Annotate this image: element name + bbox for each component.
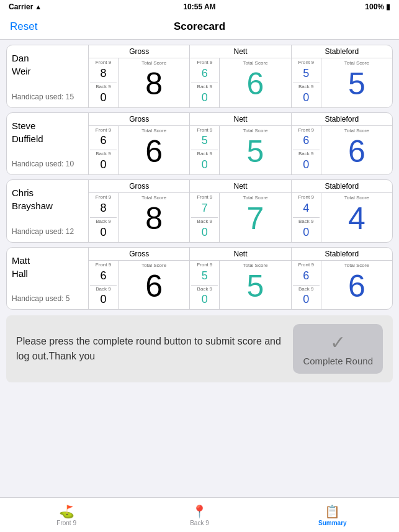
score-sections: Gross Front 9 6 Back 9 0 Total Score 6 [89,113,392,175]
back9-label-stableford: Back 9 [298,151,313,157]
gross-total-score: 8 [145,202,163,236]
stableford-total-score: 6 [348,135,365,169]
player-handicap: Handicap used: 12 [12,227,83,236]
player-name: MattHall [12,254,83,280]
gross-header: Gross [89,45,189,58]
stableford-back9-score: 0 [303,226,309,239]
stableford-front9-col: Front 9 4 Back 9 0 [292,193,321,242]
back9-label-stableford: Back 9 [298,84,313,90]
back9-label-stableford: Back 9 [298,287,313,292]
stableford-front9-col: Front 9 6 Back 9 0 [292,126,321,175]
total-score-label-stableford: Total Score [344,128,369,133]
back9-label-gross: Back 9 [96,84,110,90]
total-score-label-nett: Total Score [243,60,267,66]
front9-label-nett: Front 9 [197,263,212,268]
stableford-total-score: 5 [348,67,365,101]
stableford-back9-score: 0 [303,91,309,104]
player-card-chris-brayshaw: ChrisBrayshaw Handicap used: 12 Gross Fr… [6,179,393,243]
stableford-section: Stableford Front 9 4 Back 9 0 Total Scor… [292,180,392,242]
gross-front9-score: 6 [100,269,106,282]
back9-label: Back 9 [190,520,209,526]
player-card-matt-hall: MattHall Handicap used: 5 Gross Front 9 … [6,247,393,310]
stableford-total-col: Total Score 5 [321,58,392,107]
nav-title: Scorecard [174,20,225,33]
bottom-area: Please press the complete round button t… [6,315,393,382]
nett-total-col: Total Score 5 [220,126,290,175]
nett-back9-score: 0 [202,91,208,104]
nett-total-score: 5 [247,135,264,169]
front9-icon: ⛳ [59,504,74,519]
stableford-header: Stableford [292,45,392,58]
tab-back9[interactable]: 📍 Back 9 [133,498,266,532]
nett-front9-col: Front 9 6 Back 9 0 [190,58,220,107]
nett-back9-score: 0 [202,226,208,239]
back9-icon: 📍 [192,504,207,519]
nett-front9-col: Front 9 7 Back 9 0 [190,193,220,242]
stableford-front9-score: 6 [303,134,309,147]
status-bar: Carrier ▲ 10:55 AM 100% ▮ [0,0,399,14]
nett-header: Nett [190,45,290,58]
stableford-total-score: 6 [348,269,365,304]
player-name: DanWeir [12,52,83,78]
front9-label-nett: Front 9 [197,195,212,201]
tab-front9[interactable]: ⛳ Front 9 [0,498,133,532]
tab-bar: ⛳ Front 9 📍 Back 9 📋 Summary [0,497,399,532]
gross-total-score: 8 [145,67,163,101]
player-info: SteveDuffield Handicap used: 10 [7,113,89,175]
player-name: ChrisBrayshaw [12,186,83,212]
gross-back9-score: 0 [100,226,106,239]
front9-label-stableford: Front 9 [298,263,313,268]
nett-header: Nett [190,248,290,261]
stableford-total-score: 4 [348,202,365,236]
gross-header: Gross [89,248,189,261]
player-handicap: Handicap used: 10 [12,160,83,168]
gross-back9-score: 0 [100,293,106,306]
complete-round-button[interactable]: ✓ Complete Round [293,324,383,374]
gross-section: Gross Front 9 6 Back 9 0 Total Score 6 [89,113,190,175]
stableford-header: Stableford [292,180,392,193]
gross-total-score: 6 [145,269,163,304]
total-score-label-stableford: Total Score [344,195,369,201]
gross-front9-col: Front 9 8 Back 9 0 [89,58,119,107]
gross-header: Gross [89,180,189,193]
tab-summary[interactable]: 📋 Summary [266,498,399,532]
gross-back9-score: 0 [100,158,106,171]
nett-total-col: Total Score 6 [220,58,290,107]
gross-front9-score: 8 [100,202,106,215]
player-info: DanWeir Handicap used: 15 [7,45,89,107]
front9-label-nett: Front 9 [197,128,212,133]
main-content: DanWeir Handicap used: 15 Gross Front 9 … [0,40,399,422]
complete-round-label: Complete Round [303,356,373,366]
summary-label: Summary [318,520,347,526]
back9-label-nett: Back 9 [197,151,212,157]
gross-header: Gross [89,113,189,126]
back9-label-gross: Back 9 [96,151,110,157]
nett-total-score: 6 [247,67,264,101]
front9-label-nett: Front 9 [197,60,212,66]
front9-label-stableford: Front 9 [298,195,313,201]
time-label: 10:55 AM [183,2,215,11]
player-card-steve-duffield: SteveDuffield Handicap used: 10 Gross Fr… [6,112,393,176]
battery-icon: ▮ [386,2,390,11]
stableford-front9-col: Front 9 6 Back 9 0 [292,261,321,310]
front9-label-gross: Front 9 [96,60,111,66]
front9-label: Front 9 [56,520,76,526]
score-sections: Gross Front 9 8 Back 9 0 Total Score 8 [89,45,392,107]
nett-total-score: 5 [247,269,264,304]
stableford-front9-col: Front 9 5 Back 9 0 [292,58,321,107]
nett-front9-score: 6 [202,67,208,80]
nett-front9-score: 7 [202,202,208,215]
stableford-front9-score: 6 [303,269,309,282]
total-score-label-gross: Total Score [141,128,166,133]
stableford-header: Stableford [292,248,392,261]
wifi-icon: ▲ [35,3,42,11]
nett-front9-score: 5 [202,134,208,147]
back9-label-nett: Back 9 [197,219,212,225]
bottom-message: Please press the complete round button t… [16,334,284,364]
reset-button[interactable]: Reset [10,20,37,33]
nett-total-col: Total Score 7 [220,193,290,242]
gross-section: Gross Front 9 8 Back 9 0 Total Score 8 [89,45,190,107]
nett-front9-col: Front 9 5 Back 9 0 [190,261,220,310]
player-info: ChrisBrayshaw Handicap used: 12 [7,180,89,242]
nett-header: Nett [190,180,290,193]
